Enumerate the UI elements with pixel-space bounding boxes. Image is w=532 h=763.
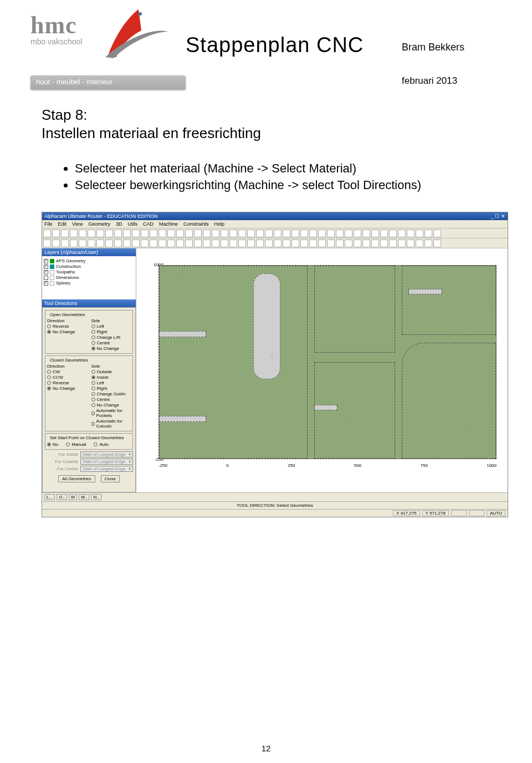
toolbar-icon[interactable] [380,230,388,237]
toolbar-icon[interactable] [327,240,335,247]
radio-outside[interactable]: Outside [91,369,131,374]
radio-icon[interactable] [91,403,95,407]
menu-item[interactable]: View [72,221,83,227]
toolbar-icon[interactable] [371,240,379,247]
toolbar-icon[interactable] [398,240,406,247]
close-button[interactable]: Close [101,475,120,482]
radio-ccw[interactable]: CCW [47,375,87,380]
toolbar-icon[interactable] [416,230,423,237]
dropdown-outside[interactable]: Start of Longest Edge▾ [80,459,133,465]
toolbar-icon[interactable] [283,240,290,247]
toolbar-icon[interactable] [238,230,246,237]
toolbar-icon[interactable] [398,230,406,237]
radio-icon[interactable] [91,324,95,328]
radio-changelr[interactable]: Change L/R [91,335,131,340]
radio-icon[interactable] [47,370,51,374]
toolbar-icon[interactable] [362,230,370,237]
radio-icon[interactable] [91,381,95,385]
toolbar-icon[interactable] [336,230,344,237]
toolbar-icon[interactable] [52,240,60,247]
toolbar-icon[interactable] [433,230,441,237]
radio-icon[interactable] [94,442,98,446]
toolbar-icon[interactable] [300,240,308,247]
toolbar-icon[interactable] [212,240,219,247]
toolbar-icon[interactable] [88,240,95,247]
toolbar-icon[interactable] [43,230,51,237]
toolbar-icon[interactable] [345,230,352,237]
toolbar-icon[interactable] [96,240,104,247]
radio-centre[interactable]: Centre [91,340,131,345]
toolbar-icon[interactable] [212,230,219,237]
radio-reverse2[interactable]: Reverse [47,380,87,385]
toolbar-icon[interactable] [229,240,237,247]
toolbar-icon[interactable] [167,230,175,237]
dropdown-inside[interactable]: Start of Longest Edge▾ [80,451,133,457]
radio-icon[interactable] [91,398,95,401]
toolbar-icon[interactable] [176,240,184,247]
radio-nochange3[interactable]: No Change [91,403,131,408]
radio-left2[interactable]: Left [91,380,131,385]
toolbar-icon[interactable] [141,240,149,247]
layers-list[interactable]: APS Geometry Construction Toolpaths Dime… [42,256,136,299]
radio-icon[interactable] [91,330,95,334]
toolbar-icon[interactable] [274,230,282,237]
toolbar-icon[interactable] [424,230,432,237]
tab-button[interactable]: L... [44,494,55,500]
toolbar-icon[interactable] [132,230,140,237]
toolbar-icon[interactable] [185,230,193,237]
toolbar-icon[interactable] [291,230,299,237]
toolbar-icon[interactable] [238,240,246,247]
radio-right[interactable]: Right [91,329,131,334]
menu-item[interactable]: Help [214,221,225,227]
menu-item[interactable]: CAD [143,221,154,227]
toolbar-icon[interactable] [70,240,78,247]
radio-autocutouts[interactable]: Automatic for Cutouts [91,419,131,429]
toolbar-icon[interactable] [52,230,60,237]
checkbox-icon[interactable] [44,259,48,263]
tab-button[interactable]: O.. [57,494,67,500]
radio-sp-manual[interactable]: Manual [66,442,86,447]
toolbar-icon[interactable] [185,240,193,247]
window-controls[interactable]: _ ☐ ✕ [491,213,505,219]
radio-icon[interactable] [91,347,95,350]
menu-item[interactable]: Utils [127,221,137,227]
toolbar-icon[interactable] [194,240,202,247]
tab-button[interactable]: W [69,494,78,500]
toolbar-icon[interactable] [336,240,344,247]
toolbar-icon[interactable] [88,230,95,237]
menu-item[interactable]: Geometry [88,221,110,227]
radio-centre2[interactable]: Centre [91,397,131,402]
checkbox-icon[interactable] [44,264,48,269]
menu-bar[interactable]: File Edit View Geometry 3D Utils CAD Mac… [42,220,508,228]
toolbar-icon[interactable] [265,230,273,237]
toolbar-icon[interactable] [194,230,202,237]
toolbar-icon[interactable] [158,230,166,237]
checkbox-icon[interactable] [44,270,48,274]
toolbar-icon[interactable] [433,240,441,247]
toolbar-icon[interactable] [114,230,122,237]
radio-icon[interactable] [91,341,95,345]
toolbar-icon[interactable] [96,230,104,237]
all-geometries-button[interactable]: All Geometries [58,475,95,482]
layer-row[interactable]: APS Geometry [44,258,134,263]
radio-icon[interactable] [91,375,95,379]
toolbar-icon[interactable] [274,240,282,247]
tab-button[interactable]: M.. [79,494,89,500]
toolbar-icon[interactable] [416,240,423,247]
radio-icon[interactable] [47,324,51,328]
checkbox-icon[interactable] [44,276,48,280]
menu-item[interactable]: Machine [159,221,178,227]
toolbar-icon[interactable] [114,240,122,247]
tab-button[interactable]: N.. [91,494,101,500]
toolbar-1[interactable] [42,228,508,238]
checkbox-icon[interactable] [44,281,48,286]
toolbar-icon[interactable] [354,240,361,247]
toolbar-icon[interactable] [389,230,397,237]
toolbar-icon[interactable] [150,240,157,247]
toolbar-icon[interactable] [318,240,326,247]
radio-autopockets[interactable]: Automatic for Pockets [91,408,131,418]
toolbar-icon[interactable] [283,230,290,237]
toolbar-icon[interactable] [158,240,166,247]
toolbar-icon[interactable] [389,240,397,247]
toolbar-icon[interactable] [247,230,255,237]
